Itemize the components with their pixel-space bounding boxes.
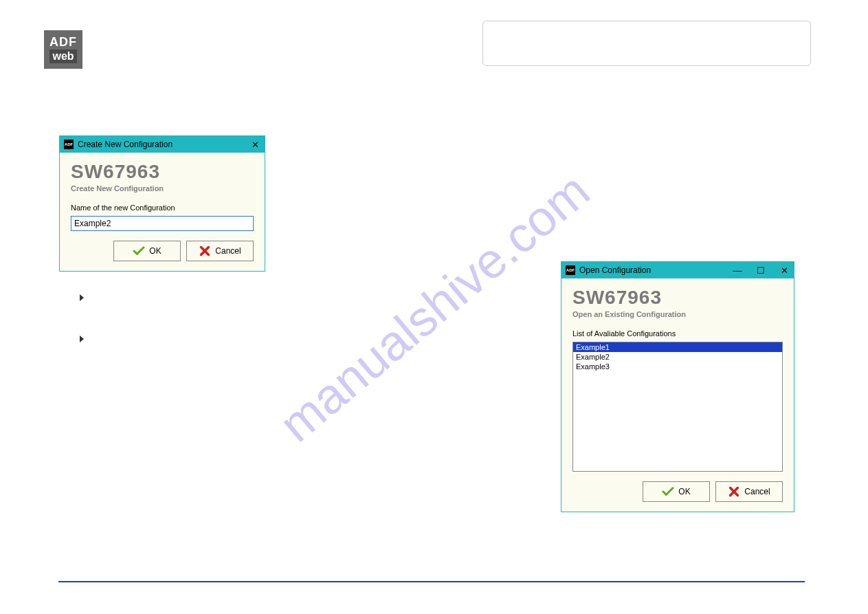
list-item[interactable]: Example1 xyxy=(573,342,782,352)
cancel-label: Cancel xyxy=(215,246,241,256)
logo-line1: ADF xyxy=(49,36,77,48)
create-config-dialog: ADF Create New Configuration ✕ SW67963 C… xyxy=(59,135,265,272)
cross-icon xyxy=(199,245,211,257)
cancel-button[interactable]: Cancel xyxy=(715,481,783,502)
app-icon: ADF xyxy=(566,265,575,275)
cancel-button[interactable]: Cancel xyxy=(186,241,254,261)
cross-icon xyxy=(728,485,740,498)
check-icon xyxy=(133,246,145,256)
dialog1-subtitle: Create New Configuration xyxy=(71,184,254,193)
ok-label: OK xyxy=(149,246,161,256)
dialog1-big-title: SW67963 xyxy=(71,161,254,183)
logo-line2: web xyxy=(49,50,76,63)
dialog2-list-label: List of Avaliable Configurations xyxy=(572,329,783,338)
watermark-text: manualshive.com xyxy=(269,162,600,452)
config-name-input[interactable] xyxy=(71,216,254,231)
dialog1-field-label: Name of the new Configuration xyxy=(71,204,254,212)
app-icon: ADF xyxy=(64,140,74,149)
dialog2-title-left: ADF Open Configuration xyxy=(566,265,651,275)
dialog1-title-text: Create New Configuration xyxy=(78,140,173,149)
adfweb-logo: ADF web xyxy=(44,30,82,69)
ok-label: OK xyxy=(678,487,690,496)
check-icon xyxy=(662,487,674,496)
close-icon[interactable]: ✕ xyxy=(779,265,790,276)
config-listbox[interactable]: Example1Example2Example3 xyxy=(572,342,783,472)
ok-button[interactable]: OK xyxy=(643,481,710,502)
dialog2-title-text: Open Configuration xyxy=(579,265,651,275)
dialog2-titlebar: ADF Open Configuration — ☐ ✕ xyxy=(561,262,794,278)
dialog2-big-title: SW67963 xyxy=(572,287,783,309)
cancel-label: Cancel xyxy=(744,487,770,496)
dialog2-subtitle: Open an Existing Configuration xyxy=(572,310,783,318)
minimize-icon[interactable]: — xyxy=(732,265,743,276)
ok-button[interactable]: OK xyxy=(113,241,181,261)
bullet-icon xyxy=(78,294,85,301)
list-item[interactable]: Example3 xyxy=(573,362,782,371)
bullet-icon xyxy=(78,336,85,342)
dialog1-title-left: ADF Create New Configuration xyxy=(64,140,173,149)
list-item[interactable]: Example2 xyxy=(573,352,782,362)
close-icon[interactable]: ✕ xyxy=(249,140,260,150)
footer-divider xyxy=(58,581,805,582)
maximize-icon[interactable]: ☐ xyxy=(755,265,766,276)
open-config-dialog: ADF Open Configuration — ☐ ✕ SW67963 Ope… xyxy=(561,261,794,512)
top-empty-box xyxy=(482,21,811,66)
dialog1-titlebar: ADF Create New Configuration ✕ xyxy=(60,136,265,153)
